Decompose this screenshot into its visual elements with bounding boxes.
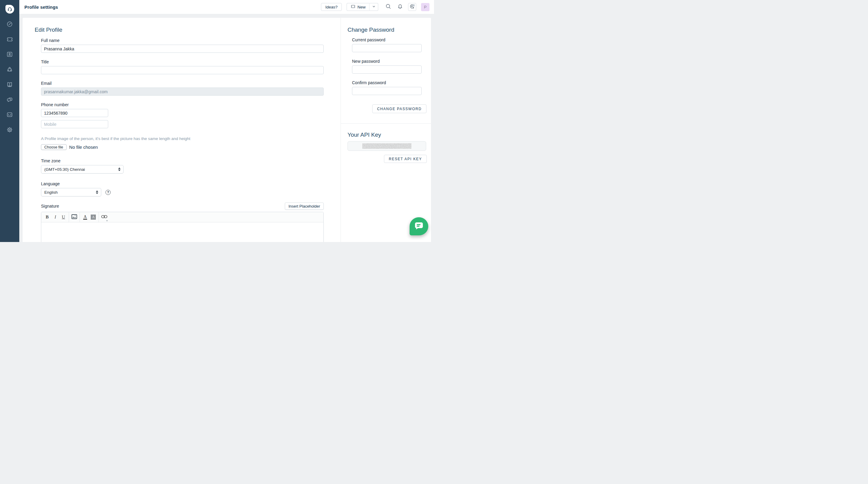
chat-bubbles-icon: [6, 96, 13, 103]
time-zone-value: (GMT+05:30) Chennai: [44, 167, 85, 172]
sidebar-item-community[interactable]: [6, 66, 13, 73]
sidebar-item-forums[interactable]: [6, 96, 13, 103]
email-input: [41, 87, 324, 96]
chat-bubble-icon: [414, 222, 424, 231]
edit-profile-form: Full name Title Email Phone number A Pro: [41, 38, 324, 242]
underline-button[interactable]: U: [59, 212, 67, 222]
insert-image-button[interactable]: [70, 212, 79, 222]
page-title: Profile settings: [24, 4, 58, 10]
change-password-form: Current password New password Confirm pa…: [352, 37, 422, 95]
ideas-button[interactable]: Ideas?: [321, 3, 342, 11]
toolbar-divider: [69, 212, 69, 222]
email-label: Email: [41, 81, 324, 86]
notifications-button[interactable]: [396, 3, 404, 10]
api-key-field: [347, 141, 426, 151]
book-icon: [6, 81, 13, 88]
insert-link-button[interactable]: [100, 212, 108, 222]
ticket-icon: [6, 36, 13, 43]
profile-image-help: A Profile image of the person, it's best…: [41, 136, 324, 141]
sidebar-item-analytics[interactable]: [6, 111, 13, 118]
signature-label: Signature: [41, 204, 59, 208]
headset-icon: [7, 6, 13, 12]
api-key-heading: Your API Key: [347, 132, 427, 138]
search-icon: [385, 3, 392, 10]
community-icon: [6, 66, 13, 73]
panel-divider: [341, 123, 431, 124]
font-color-icon: A: [83, 215, 87, 220]
language-help-icon[interactable]: ?: [105, 190, 111, 195]
background-color-icon: A: [91, 215, 96, 220]
full-name-label: Full name: [41, 38, 324, 43]
insert-placeholder-button[interactable]: Insert Placeholder: [285, 202, 324, 210]
sidebar-nav: [6, 21, 13, 141]
sidebar-item-tickets[interactable]: [6, 36, 13, 43]
sidebar-item-solutions[interactable]: [6, 81, 13, 88]
language-value: English: [44, 190, 58, 195]
font-color-button[interactable]: A: [81, 212, 89, 222]
chat-widget-button[interactable]: [410, 217, 428, 235]
title-input[interactable]: [41, 66, 324, 74]
signature-textarea[interactable]: [41, 222, 323, 242]
bell-icon: [397, 3, 403, 10]
toolbar-divider: [80, 212, 80, 222]
sidebar-item-dashboard[interactable]: [6, 21, 13, 28]
dashboard-icon: [6, 21, 13, 27]
main-content: Edit Profile Full name Title Email Phone…: [19, 14, 434, 242]
whats-new-button[interactable]: [408, 3, 416, 11]
signature-toolbar: B I U: [41, 212, 323, 222]
language-select[interactable]: English: [41, 188, 101, 196]
confirm-password-input[interactable]: [352, 87, 422, 95]
profile-card: Edit Profile Full name Title Email Phone…: [23, 18, 431, 242]
background-color-button[interactable]: A: [89, 212, 97, 222]
new-button[interactable]: New: [347, 3, 369, 11]
full-name-input[interactable]: [41, 45, 324, 53]
redacted-api-key: [362, 143, 411, 149]
language-label: Language: [41, 181, 324, 186]
avatar[interactable]: P: [421, 3, 430, 11]
italic-button[interactable]: I: [51, 212, 59, 222]
new-password-input[interactable]: [352, 65, 422, 74]
image-icon: [71, 214, 77, 220]
top-bar: Profile settings Ideas? New: [19, 0, 434, 14]
caret-down-icon: [106, 220, 108, 222]
time-zone-select[interactable]: (GMT+05:30) Chennai: [41, 165, 124, 173]
profile-image-upload: Choose file No file chosen: [41, 144, 324, 150]
link-icon: [101, 215, 107, 219]
notification-dot: [412, 4, 415, 6]
current-password-input[interactable]: [352, 44, 422, 52]
edit-profile-heading: Edit Profile: [35, 27, 341, 33]
ticket-icon: [350, 4, 355, 10]
bar-chart-icon: [6, 111, 13, 118]
sidebar-item-contacts[interactable]: [6, 51, 13, 58]
sidebar-item-admin[interactable]: [6, 126, 13, 133]
freshdesk-logo[interactable]: [5, 5, 14, 13]
current-password-label: Current password: [352, 37, 422, 42]
gear-icon: [6, 126, 13, 133]
edit-profile-section: Edit Profile Full name Title Email Phone…: [23, 18, 341, 242]
mobile-input[interactable]: [41, 120, 108, 128]
choose-file-button[interactable]: Choose file: [41, 144, 67, 150]
change-password-heading: Change Password: [347, 27, 427, 33]
account-security-panel: Change Password Current password New pas…: [341, 18, 431, 242]
sidebar: [0, 0, 19, 242]
title-label: Title: [41, 59, 324, 64]
toolbar-divider: [98, 212, 99, 222]
phone-label: Phone number: [41, 102, 324, 107]
chevron-down-icon: [372, 4, 376, 10]
file-status-text: No file chosen: [69, 145, 98, 150]
signature-editor: B I U: [41, 212, 324, 242]
select-stepper-icon: [118, 168, 121, 171]
select-stepper-icon: [96, 191, 98, 194]
confirm-password-label: Confirm password: [352, 80, 422, 85]
bold-button[interactable]: B: [43, 212, 51, 222]
reset-api-key-button[interactable]: RESET API KEY: [384, 155, 427, 163]
phone-input[interactable]: [41, 109, 108, 117]
contact-card-icon: [6, 51, 13, 58]
time-zone-label: Time zone: [41, 159, 324, 163]
new-dropdown-button[interactable]: [369, 3, 378, 11]
new-button-label: New: [358, 5, 366, 9]
change-password-button[interactable]: CHANGE PASSWORD: [372, 105, 427, 113]
new-password-label: New password: [352, 59, 422, 64]
search-button[interactable]: [384, 3, 392, 10]
top-bar-actions: Ideas? New: [321, 3, 430, 11]
